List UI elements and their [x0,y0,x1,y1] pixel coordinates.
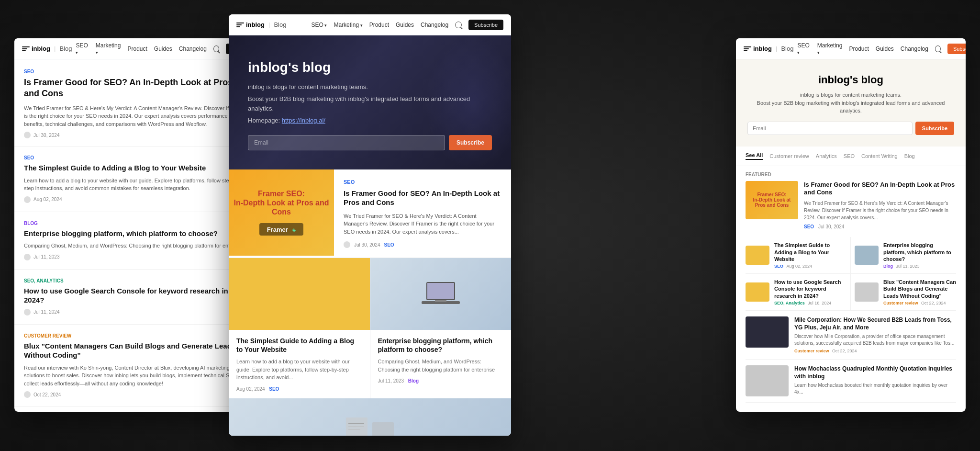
left-nav-changelog[interactable]: Changelog [179,45,207,52]
left-article-5: Customer review Mile Corporation: How We… [14,407,258,412]
right-subscribe-button[interactable]: Subscribe [947,44,966,54]
left-nav-seo[interactable]: SEO [76,42,89,56]
left-article-3-title[interactable]: How to use Google Search Console for key… [24,286,249,305]
right-medium-title-2[interactable]: How Mochaclass Quadrupled Monthly Quotat… [794,365,956,380]
center-search-icon[interactable] [455,22,462,28]
right-nav-marketing[interactable]: Marketing [817,42,843,56]
center-card-2-title[interactable]: Enterprise blogging platform, which plat… [378,337,504,354]
bottom-illustration [341,410,399,436]
left-article-1-meta: Aug 02, 2024 [24,196,249,203]
left-article-3-date: Jul 11, 2024 [33,309,60,315]
right-small-title-1[interactable]: The Simplest Guide to Adding a Blog to Y… [774,242,846,262]
center-nav-guides[interactable]: Guides [396,22,414,28]
right-hero-title: inblog's blog [747,74,954,86]
left-article-2-title[interactable]: Enterprise blogging platform, which plat… [24,229,249,238]
right-tab-blog[interactable]: Blog [904,153,915,159]
left-article-2: Blog Enterprise blogging platform, which… [14,212,258,270]
left-brand-name: inblog [32,45,50,52]
right-logo[interactable]: inblog [744,45,772,53]
right-content: inblog's blog inblog is blogs for conten… [736,59,966,412]
right-small-body-2: Enterprise blogging platform, which plat… [883,242,956,269]
left-nav-product[interactable]: Product [127,45,147,52]
center-hero-email-input[interactable] [248,135,445,150]
right-nav-product[interactable]: Product [849,45,869,52]
left-article-3: SEO, Analytics How to use Google Search … [14,270,258,325]
right-window: inblog | Blog SEO Marketing Product Guid… [736,38,966,412]
center-featured-excerpt: We Tried Framer for SEO & Here's My Verd… [344,212,501,236]
right-nav: SEO Marketing Product Guides Changelog S… [797,42,966,56]
center-nav-product[interactable]: Product [369,22,389,28]
right-hero-form: Subscribe [747,122,954,135]
right-featured-title[interactable]: Is Framer Good for SEO? An In-Depth Look… [804,181,956,197]
right-medium-excerpt-1: Discover how Mile Corporation, a provide… [794,333,956,347]
center-nav: SEO Marketing Product Guides Changelog S… [312,20,503,30]
right-featured-body: Is Framer Good for SEO? An In-Depth Look… [804,181,956,230]
right-small-meta-2: Blog Jul 11, 2023 [883,264,956,269]
right-featured-framer-text: Framer SEO:In-Depth Look atPros and Cons [753,192,791,208]
right-tab-content-writing[interactable]: Content Writing [861,153,898,159]
center-nav-seo[interactable]: SEO [312,22,327,28]
left-article-4: Customer review Blux "Content Managers C… [14,325,258,407]
center-hero-homepage-link[interactable]: https://inblog.ai/ [282,117,325,124]
center-logo[interactable]: inblog [236,21,265,29]
right-small-title-2[interactable]: Enterprise blogging platform, which plat… [883,242,956,262]
left-hero-category: SEO [24,69,249,74]
right-tab-seo[interactable]: SEO [844,153,855,159]
right-small-article-2: Enterprise blogging platform, which plat… [851,237,956,274]
right-small-title-4[interactable]: Blux "Content Managers Can Build Blogs a… [883,279,956,299]
center-nav-changelog[interactable]: Changelog [421,22,448,28]
left-blog-label: Blog [59,45,72,52]
center-featured-tag: SEO [384,242,394,248]
left-article-4-title[interactable]: Blux "Content Managers Can Build Blogs a… [24,341,249,360]
right-small-title-3[interactable]: How to use Google Search Console for key… [774,279,846,299]
right-brand-name: inblog [753,45,772,52]
center-nav-marketing[interactable]: Marketing [334,22,362,28]
left-nav-guides[interactable]: Guides [154,45,172,52]
right-medium-articles: Mile Corporation: How We Secured B2B Lea… [736,311,966,403]
center-brand-name: inblog [246,21,265,28]
center-subscribe-button[interactable]: Subscribe [468,20,503,30]
left-search-icon[interactable] [213,45,219,52]
center-scroll-bottom [229,398,511,436]
center-card-2-excerpt: Comparing Ghost, Medium, and WordPress: … [378,358,504,373]
center-card-2-tag: Blog [408,378,419,383]
center-featured-title[interactable]: Is Framer Good for SEO? An In-Depth Look… [344,189,501,207]
right-nav-seo[interactable]: SEO [797,42,810,56]
right-nav-guides[interactable]: Guides [876,45,894,52]
right-hero-email-input[interactable] [747,122,913,135]
center-window: inblog | Blog SEO Marketing Product Guid… [229,14,511,436]
left-logo[interactable]: inblog [22,45,50,53]
center-article-card-2: Enterprise blogging platform, which plat… [370,258,512,398]
center-hero-subtitle: inblog is blogs for content marketing te… [248,82,492,92]
right-featured-img: Framer SEO:In-Depth Look atPros and Cons [746,181,798,219]
center-hero-subscribe-button[interactable]: Subscribe [449,135,492,150]
right-tab-customer-review[interactable]: Customer review [769,153,809,159]
left-article-4-date: Oct 22, 2024 [33,392,61,397]
left-article-2-category: Blog [24,221,249,226]
center-card-1-title[interactable]: The Simplest Guide to Adding a Blog to Y… [236,337,362,354]
left-divider: | [54,45,56,52]
right-medium-body-1: Mile Corporation: How We Secured B2B Lea… [794,316,956,353]
center-hero-title: inblog's blog [248,59,492,76]
right-medium-title-1[interactable]: Mile Corporation: How We Secured B2B Lea… [794,316,956,331]
center-articles-grid: The Simplest Guide to Adding a Blog to Y… [229,258,511,398]
right-small-thumb-3 [746,282,769,302]
left-article-1-title[interactable]: The Simplest Guide to Adding a Blog to Y… [24,163,249,173]
right-nav-changelog[interactable]: Changelog [901,45,928,52]
left-article-4-category: Customer review [24,333,249,338]
svg-rect-3 [435,300,446,302]
right-small-body-4: Blux "Content Managers Can Build Blogs a… [883,279,956,305]
right-medium-article-2: How Mochaclass Quadrupled Monthly Quotat… [746,360,956,403]
left-nav-marketing[interactable]: Marketing [96,42,121,56]
right-hero-subtitle: inblog is blogs for content marketing te… [747,91,954,115]
right-tab-analytics[interactable]: Analytics [816,153,837,159]
center-card-1-excerpt: Learn how to add a blog to your website … [236,358,362,382]
left-article-2-avatar [24,254,31,260]
right-hero-subscribe-button[interactable]: Subscribe [915,122,954,135]
center-featured-logo-area: Framer ◈ [259,223,304,236]
left-article-1-date: Aug 02, 2024 [33,197,62,202]
left-hero-title[interactable]: Is Framer Good for SEO? An In-Depth Look… [24,77,249,100]
right-divider: | [776,45,777,52]
right-search-icon[interactable] [935,45,941,52]
right-tab-see-all[interactable]: See All [746,152,763,160]
